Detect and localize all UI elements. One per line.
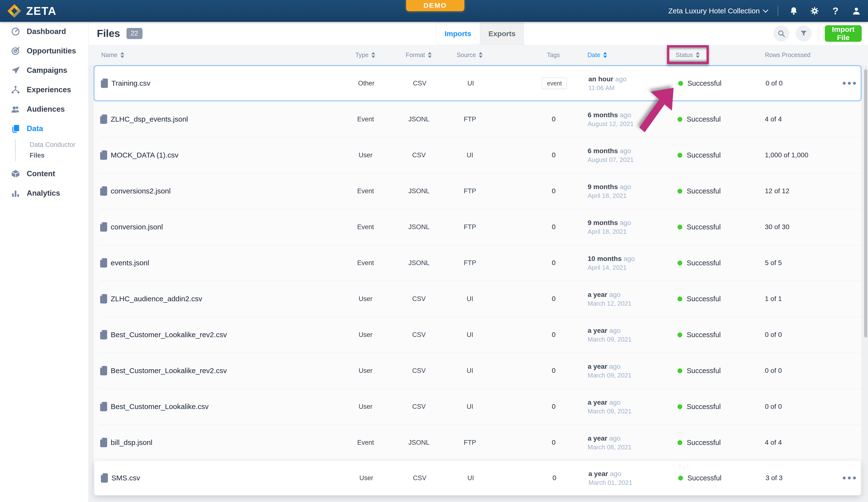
sort-icon[interactable] bbox=[428, 52, 432, 58]
column-header-date[interactable]: Date bbox=[587, 45, 607, 65]
user-icon[interactable] bbox=[851, 6, 862, 16]
table-row[interactable]: MOCK_DATA (1).csvUserCSVUI06 months agoA… bbox=[94, 137, 861, 173]
filter-button[interactable] bbox=[796, 25, 812, 41]
column-header-type[interactable]: Type bbox=[355, 45, 375, 65]
table-row[interactable]: Best_Customer_Lookalike_rev2.csvUserCSVU… bbox=[94, 317, 861, 353]
date-absolute: August 07, 2021 bbox=[588, 155, 633, 164]
chevron-down-icon bbox=[763, 7, 768, 13]
table-row[interactable]: bill_dsp.jsonlEventJSONLFTP0a year agoMa… bbox=[94, 424, 861, 461]
date-absolute: August 12, 2021 bbox=[588, 120, 633, 128]
sidebar-item-experiences[interactable]: Experiences bbox=[0, 80, 89, 100]
sidebar: DashboardOpportunitiesCampaignsExperienc… bbox=[0, 22, 89, 502]
cell-type: User bbox=[359, 331, 372, 339]
date-relative: a year ago bbox=[588, 326, 632, 335]
import-file-button[interactable]: Import File bbox=[825, 25, 862, 42]
cell-date: 6 months agoAugust 12, 2021 bbox=[588, 111, 633, 128]
sidebar-subitem-label: Files bbox=[30, 152, 45, 159]
date-absolute: March 09, 2021 bbox=[588, 407, 632, 415]
cell-date: 9 months agoApril 18, 2021 bbox=[588, 218, 631, 236]
cell-tags: 0 bbox=[552, 223, 556, 231]
column-header-label: Type bbox=[355, 51, 369, 59]
status-label: Successful bbox=[688, 474, 721, 482]
table-row[interactable]: Best_Customer_Lookalike.csvUserCSVUI0a y… bbox=[94, 389, 861, 424]
row-actions-menu-icon[interactable] bbox=[843, 477, 856, 479]
sidebar-item-analytics[interactable]: Analytics bbox=[0, 184, 89, 203]
menu-dot bbox=[843, 477, 846, 479]
tag-value: 0 bbox=[552, 259, 556, 267]
sidebar-subitem-data-conductor[interactable]: Data Conductor bbox=[0, 139, 89, 150]
column-header-format[interactable]: Format bbox=[406, 45, 432, 65]
sort-up-arrow bbox=[428, 52, 432, 54]
sidebar-item-opportunities[interactable]: Opportunities bbox=[0, 41, 89, 61]
tag-chip[interactable]: event bbox=[541, 78, 567, 89]
file-icon bbox=[100, 114, 107, 124]
column-header-name[interactable]: Name bbox=[101, 45, 124, 65]
file-icon bbox=[101, 78, 108, 88]
gear-icon[interactable] bbox=[809, 6, 820, 16]
cell-status: Successful bbox=[678, 79, 721, 88]
cell-rows-processed: 5 of 5 bbox=[765, 259, 782, 267]
sort-down-arrow bbox=[371, 55, 375, 58]
imports-exports-tabs: ImportsExports bbox=[436, 23, 524, 45]
cell-type: Event bbox=[357, 115, 374, 123]
date-ago-suffix: ago bbox=[608, 470, 621, 478]
scrollbar[interactable] bbox=[864, 69, 867, 337]
table-row[interactable]: events.jsonlEventJSONLFTP010 months agoA… bbox=[94, 245, 861, 281]
status-label: Successful bbox=[687, 295, 721, 303]
cell-source: FTP bbox=[464, 187, 476, 195]
account-switcher[interactable]: Zeta Luxury Hotel Collection bbox=[668, 7, 767, 15]
sidebar-item-dashboard[interactable]: Dashboard bbox=[0, 22, 89, 41]
cube-icon bbox=[11, 169, 20, 179]
zeta-logo[interactable]: ZETA bbox=[7, 0, 56, 22]
cell-status: Successful bbox=[678, 474, 721, 482]
hierarchy-icon bbox=[11, 85, 20, 95]
tab-exports[interactable]: Exports bbox=[480, 23, 524, 45]
sort-icon[interactable] bbox=[371, 52, 375, 58]
cell-rows-processed: 30 of 30 bbox=[765, 223, 789, 231]
sidebar-subgroup: Data ConductorFiles bbox=[0, 139, 89, 164]
status-dot-successful bbox=[678, 153, 682, 157]
sidebar-item-campaigns[interactable]: Campaigns bbox=[0, 61, 89, 80]
table-row[interactable]: Training.csvOtherCSVUIeventan hour ago11… bbox=[94, 65, 861, 101]
bell-icon[interactable] bbox=[788, 6, 799, 16]
filter-icon bbox=[799, 29, 808, 38]
column-header-source[interactable]: Source bbox=[457, 45, 483, 65]
status-dot-successful bbox=[678, 332, 682, 337]
top-navbar: ZETA DEMO Zeta Luxury Hotel Collection bbox=[0, 0, 868, 22]
search-button[interactable] bbox=[773, 25, 789, 41]
cell-type: User bbox=[359, 403, 372, 410]
table-row[interactable]: conversions2.jsonlEventJSONLFTP09 months… bbox=[94, 173, 861, 209]
sort-icon[interactable] bbox=[696, 52, 700, 58]
file-name: Best_Customer_Lookalike_rev2.csv bbox=[111, 331, 227, 339]
date-ago-suffix: ago bbox=[607, 363, 621, 370]
column-header-status[interactable]: Status bbox=[676, 45, 700, 65]
tag-value: 0 bbox=[552, 331, 556, 338]
sort-icon[interactable] bbox=[121, 52, 124, 58]
sort-icon[interactable] bbox=[479, 52, 483, 58]
table-row[interactable]: Best_Customer_Lookalike_rev2.csvUserCSVU… bbox=[94, 353, 861, 389]
table-row[interactable]: ZLHC_dsp_events.jsonlEventJSONLFTP06 mon… bbox=[94, 101, 861, 137]
sidebar-subitem-files[interactable]: Files bbox=[0, 150, 89, 161]
sidebar-item-data[interactable]: Data bbox=[0, 119, 89, 139]
date-relative-value: a year bbox=[588, 470, 608, 478]
help-icon[interactable]: ? bbox=[830, 6, 841, 16]
table-row[interactable]: ZLHC_audience_addin2.csvUserCSVUI0a year… bbox=[94, 281, 861, 317]
cell-format: CSV bbox=[412, 403, 426, 410]
sort-icon[interactable] bbox=[603, 52, 607, 58]
column-header-tags: Tags bbox=[547, 45, 560, 65]
table-row[interactable]: conversion.jsonlEventJSONLFTP09 months a… bbox=[94, 209, 861, 245]
file-name: Best_Customer_Lookalike_rev2.csv bbox=[111, 367, 227, 375]
cell-status: Successful bbox=[678, 439, 721, 447]
tab-imports[interactable]: Imports bbox=[436, 23, 480, 45]
sidebar-item-audiences[interactable]: Audiences bbox=[0, 100, 89, 119]
date-relative: 9 months ago bbox=[588, 182, 631, 192]
files-count-badge: 22 bbox=[126, 28, 143, 39]
cell-source: FTP bbox=[464, 223, 476, 231]
table-row[interactable]: SMS.csvUserCSVUI0a year agoMarch 01, 202… bbox=[94, 461, 861, 495]
file-name: conversion.jsonl bbox=[111, 223, 163, 231]
row-actions-menu-icon[interactable] bbox=[843, 82, 856, 85]
cell-type: Event bbox=[357, 259, 374, 267]
sidebar-item-content[interactable]: Content bbox=[0, 164, 89, 184]
date-absolute: 11:06 AM bbox=[588, 83, 627, 92]
file-name: events.jsonl bbox=[111, 259, 149, 267]
